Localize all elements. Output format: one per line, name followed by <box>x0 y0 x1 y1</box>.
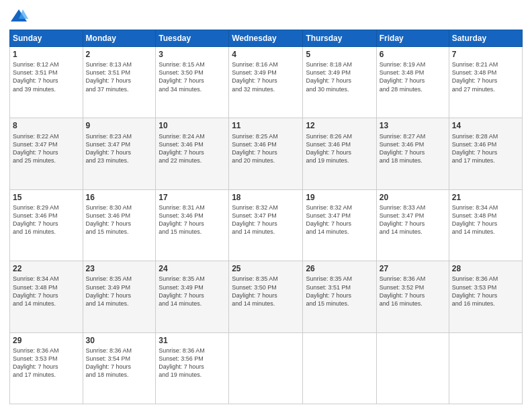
day-detail: Sunrise: 8:32 AMSunset: 3:47 PMDaylight:… <box>232 203 300 236</box>
calendar-cell: 31Sunrise: 8:36 AMSunset: 3:56 PMDayligh… <box>156 332 229 404</box>
calendar-cell: 20Sunrise: 8:33 AMSunset: 3:47 PMDayligh… <box>376 189 449 261</box>
calendar-cell: 4Sunrise: 8:16 AMSunset: 3:49 PMDaylight… <box>229 47 303 118</box>
day-number: 22 <box>13 263 80 274</box>
day-detail: Sunrise: 8:21 AMSunset: 3:48 PMDaylight:… <box>452 60 519 93</box>
day-number: 23 <box>86 263 153 274</box>
calendar-cell: 8Sunrise: 8:22 AMSunset: 3:47 PMDaylight… <box>10 118 83 189</box>
header <box>9 7 523 26</box>
day-detail: Sunrise: 8:28 AMSunset: 3:46 PMDaylight:… <box>452 132 519 165</box>
day-detail: Sunrise: 8:22 AMSunset: 3:47 PMDaylight:… <box>13 132 80 165</box>
day-detail: Sunrise: 8:19 AMSunset: 3:48 PMDaylight:… <box>380 60 446 93</box>
day-number: 17 <box>159 192 226 203</box>
day-detail: Sunrise: 8:35 AMSunset: 3:49 PMDaylight:… <box>159 275 226 308</box>
calendar-cell: 2Sunrise: 8:13 AMSunset: 3:51 PMDaylight… <box>83 47 156 118</box>
day-detail: Sunrise: 8:34 AMSunset: 3:48 PMDaylight:… <box>452 203 519 236</box>
day-number: 12 <box>306 120 373 131</box>
day-number: 29 <box>13 335 80 346</box>
calendar-cell: 19Sunrise: 8:32 AMSunset: 3:47 PMDayligh… <box>303 189 376 261</box>
calendar-cell: 5Sunrise: 8:18 AMSunset: 3:49 PMDaylight… <box>303 47 376 118</box>
day-number: 11 <box>232 120 300 131</box>
day-number: 4 <box>232 49 300 60</box>
day-detail: Sunrise: 8:35 AMSunset: 3:51 PMDaylight:… <box>306 275 373 308</box>
day-detail: Sunrise: 8:29 AMSunset: 3:46 PMDaylight:… <box>13 203 80 236</box>
calendar-cell: 9Sunrise: 8:23 AMSunset: 3:47 PMDaylight… <box>83 118 156 189</box>
day-number: 30 <box>86 335 153 346</box>
day-number: 16 <box>86 192 153 203</box>
calendar-cell: 17Sunrise: 8:31 AMSunset: 3:46 PMDayligh… <box>156 189 229 261</box>
calendar-cell: 26Sunrise: 8:35 AMSunset: 3:51 PMDayligh… <box>303 261 376 332</box>
calendar-cell: 25Sunrise: 8:35 AMSunset: 3:50 PMDayligh… <box>229 261 303 332</box>
calendar-cell: 24Sunrise: 8:35 AMSunset: 3:49 PMDayligh… <box>156 261 229 332</box>
day-detail: Sunrise: 8:25 AMSunset: 3:46 PMDaylight:… <box>232 132 300 165</box>
day-detail: Sunrise: 8:13 AMSunset: 3:51 PMDaylight:… <box>86 60 153 93</box>
day-detail: Sunrise: 8:34 AMSunset: 3:48 PMDaylight:… <box>13 275 80 308</box>
day-detail: Sunrise: 8:15 AMSunset: 3:50 PMDaylight:… <box>159 60 226 93</box>
col-header-friday: Friday <box>376 30 449 47</box>
day-detail: Sunrise: 8:32 AMSunset: 3:47 PMDaylight:… <box>306 203 373 236</box>
calendar-cell <box>229 332 303 404</box>
calendar-cell: 1Sunrise: 8:12 AMSunset: 3:51 PMDaylight… <box>10 47 83 118</box>
day-number: 21 <box>452 192 519 203</box>
calendar-cell: 22Sunrise: 8:34 AMSunset: 3:48 PMDayligh… <box>10 261 83 332</box>
day-number: 27 <box>380 263 446 274</box>
calendar-cell: 18Sunrise: 8:32 AMSunset: 3:47 PMDayligh… <box>229 189 303 261</box>
calendar-cell: 7Sunrise: 8:21 AMSunset: 3:48 PMDaylight… <box>449 47 522 118</box>
col-header-sunday: Sunday <box>10 30 83 47</box>
day-detail: Sunrise: 8:36 AMSunset: 3:56 PMDaylight:… <box>159 347 226 379</box>
calendar-cell: 21Sunrise: 8:34 AMSunset: 3:48 PMDayligh… <box>449 189 522 261</box>
calendar-cell: 28Sunrise: 8:36 AMSunset: 3:53 PMDayligh… <box>449 261 522 332</box>
calendar-table: SundayMondayTuesdayWednesdayThursdayFrid… <box>9 30 523 404</box>
day-detail: Sunrise: 8:36 AMSunset: 3:54 PMDaylight:… <box>86 347 153 379</box>
day-detail: Sunrise: 8:35 AMSunset: 3:50 PMDaylight:… <box>232 275 300 308</box>
day-number: 13 <box>380 120 446 131</box>
day-number: 26 <box>306 263 373 274</box>
calendar-cell: 11Sunrise: 8:25 AMSunset: 3:46 PMDayligh… <box>229 118 303 189</box>
col-header-tuesday: Tuesday <box>156 30 229 47</box>
day-number: 2 <box>86 49 153 60</box>
day-number: 31 <box>159 335 226 346</box>
day-detail: Sunrise: 8:33 AMSunset: 3:47 PMDaylight:… <box>380 203 446 236</box>
calendar-cell: 16Sunrise: 8:30 AMSunset: 3:46 PMDayligh… <box>83 189 156 261</box>
col-header-saturday: Saturday <box>449 30 522 47</box>
day-number: 5 <box>306 49 373 60</box>
day-detail: Sunrise: 8:23 AMSunset: 3:47 PMDaylight:… <box>86 132 153 165</box>
day-detail: Sunrise: 8:35 AMSunset: 3:49 PMDaylight:… <box>86 275 153 308</box>
day-number: 25 <box>232 263 300 274</box>
day-number: 9 <box>86 120 153 131</box>
calendar-cell <box>376 332 449 404</box>
calendar-cell: 15Sunrise: 8:29 AMSunset: 3:46 PMDayligh… <box>10 189 83 261</box>
day-detail: Sunrise: 8:24 AMSunset: 3:46 PMDaylight:… <box>159 132 226 165</box>
day-detail: Sunrise: 8:16 AMSunset: 3:49 PMDaylight:… <box>232 60 300 93</box>
calendar-cell: 27Sunrise: 8:36 AMSunset: 3:52 PMDayligh… <box>376 261 449 332</box>
day-number: 6 <box>380 49 446 60</box>
calendar-cell: 14Sunrise: 8:28 AMSunset: 3:46 PMDayligh… <box>449 118 522 189</box>
day-number: 14 <box>452 120 519 131</box>
day-number: 10 <box>159 120 226 131</box>
calendar-cell: 6Sunrise: 8:19 AMSunset: 3:48 PMDaylight… <box>376 47 449 118</box>
day-detail: Sunrise: 8:26 AMSunset: 3:46 PMDaylight:… <box>306 132 373 165</box>
day-detail: Sunrise: 8:12 AMSunset: 3:51 PMDaylight:… <box>13 60 80 93</box>
col-header-wednesday: Wednesday <box>229 30 303 47</box>
day-detail: Sunrise: 8:36 AMSunset: 3:53 PMDaylight:… <box>452 275 519 308</box>
day-number: 8 <box>13 120 80 131</box>
calendar-cell: 29Sunrise: 8:36 AMSunset: 3:53 PMDayligh… <box>10 332 83 404</box>
day-number: 1 <box>13 49 80 60</box>
day-number: 7 <box>452 49 519 60</box>
calendar-cell: 12Sunrise: 8:26 AMSunset: 3:46 PMDayligh… <box>303 118 376 189</box>
day-detail: Sunrise: 8:31 AMSunset: 3:46 PMDaylight:… <box>159 203 226 236</box>
col-header-thursday: Thursday <box>303 30 376 47</box>
day-number: 15 <box>13 192 80 203</box>
day-number: 28 <box>452 263 519 274</box>
day-number: 18 <box>232 192 300 203</box>
day-detail: Sunrise: 8:36 AMSunset: 3:53 PMDaylight:… <box>13 347 80 379</box>
logo-icon <box>9 7 28 26</box>
calendar-cell: 3Sunrise: 8:15 AMSunset: 3:50 PMDaylight… <box>156 47 229 118</box>
day-detail: Sunrise: 8:27 AMSunset: 3:46 PMDaylight:… <box>380 132 446 165</box>
calendar-cell <box>449 332 522 404</box>
day-number: 20 <box>380 192 446 203</box>
calendar-cell: 10Sunrise: 8:24 AMSunset: 3:46 PMDayligh… <box>156 118 229 189</box>
calendar-cell: 13Sunrise: 8:27 AMSunset: 3:46 PMDayligh… <box>376 118 449 189</box>
day-number: 3 <box>159 49 226 60</box>
day-detail: Sunrise: 8:18 AMSunset: 3:49 PMDaylight:… <box>306 60 373 93</box>
calendar-cell: 23Sunrise: 8:35 AMSunset: 3:49 PMDayligh… <box>83 261 156 332</box>
